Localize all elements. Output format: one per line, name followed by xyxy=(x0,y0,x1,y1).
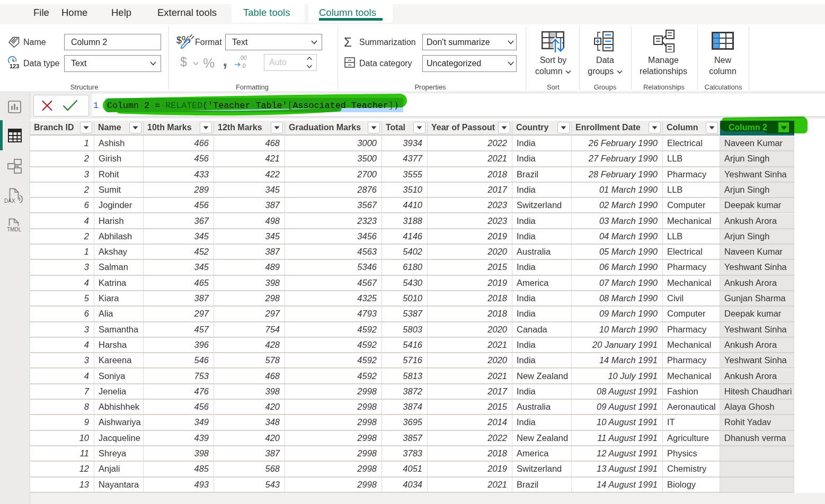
svg-text:$: $ xyxy=(176,35,182,46)
svg-text:123: 123 xyxy=(10,63,19,69)
svg-text:.00: .00 xyxy=(239,55,247,61)
svg-text:.0: .0 xyxy=(241,62,246,69)
svg-text:DAX: DAX xyxy=(4,198,15,204)
svg-text:TMDL: TMDL xyxy=(7,227,22,232)
